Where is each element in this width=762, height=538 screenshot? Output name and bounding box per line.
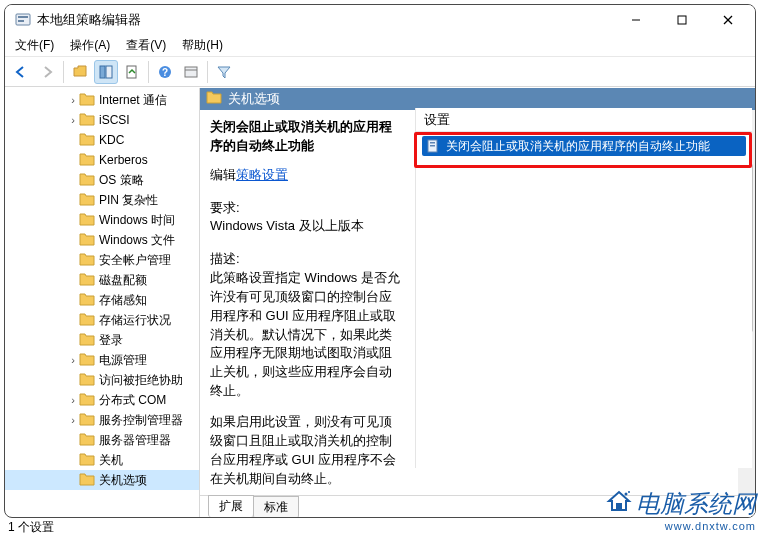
folder-icon — [79, 153, 95, 167]
up-button[interactable] — [68, 60, 92, 84]
tree-item-label: 登录 — [99, 332, 123, 349]
chevron-right-icon[interactable]: › — [67, 94, 79, 106]
folder-icon — [79, 393, 95, 407]
settings-column-header[interactable]: 设置 — [416, 108, 752, 132]
watermark: 电脑系统网 www.dnxtw.com — [606, 488, 756, 532]
tree-item[interactable]: 关机 — [5, 450, 199, 470]
tree-item-label: 磁盘配额 — [99, 272, 147, 289]
settings-item-label: 关闭会阻止或取消关机的应用程序的自动终止功能 — [446, 138, 710, 155]
tree-item-label: OS 策略 — [99, 172, 144, 189]
svg-rect-17 — [616, 503, 622, 510]
minimize-button[interactable] — [613, 5, 659, 35]
close-button[interactable] — [705, 5, 751, 35]
watermark-url: www.dnxtw.com — [606, 520, 756, 532]
menu-action[interactable]: 操作(A) — [66, 35, 114, 56]
tab-extended[interactable]: 扩展 — [208, 495, 254, 517]
tab-standard[interactable]: 标准 — [253, 496, 299, 517]
folder-icon — [79, 333, 95, 347]
folder-icon — [79, 253, 95, 267]
tree-item[interactable]: Kerberos — [5, 150, 199, 170]
tree-item[interactable]: ›Internet 通信 — [5, 90, 199, 110]
svg-text:?: ? — [162, 67, 168, 78]
separator — [207, 61, 208, 83]
tree-item[interactable]: ›iSCSI — [5, 110, 199, 130]
folder-icon — [206, 91, 222, 108]
content-header-title: 关机选项 — [228, 90, 280, 108]
tree-item[interactable]: ›分布式 COM — [5, 390, 199, 410]
tree-item[interactable]: KDC — [5, 130, 199, 150]
description-text-2: 如果启用此设置，则没有可见顶级窗口且阻止或取消关机的控制台应用程序或 GUI 应… — [210, 413, 402, 488]
tree-item-label: Internet 通信 — [99, 92, 167, 109]
maximize-button[interactable] — [659, 5, 705, 35]
show-hide-tree-button[interactable] — [94, 60, 118, 84]
watermark-title: 电脑系统网 — [636, 488, 756, 520]
tree-item[interactable]: Windows 文件 — [5, 230, 199, 250]
export-button[interactable] — [120, 60, 144, 84]
tree-item-label: PIN 复杂性 — [99, 192, 158, 209]
folder-icon — [79, 353, 95, 367]
house-icon — [606, 488, 632, 520]
policy-icon — [426, 139, 440, 153]
tree-item[interactable]: OS 策略 — [5, 170, 199, 190]
help-button[interactable]: ? — [153, 60, 177, 84]
folder-icon — [79, 453, 95, 467]
settings-list[interactable]: 关闭会阻止或取消关机的应用程序的自动终止功能 — [416, 132, 752, 468]
svg-rect-4 — [678, 16, 686, 24]
tree-item[interactable]: 服务器管理器 — [5, 430, 199, 450]
chevron-right-icon[interactable]: › — [67, 394, 79, 406]
tree-item-label: iSCSI — [99, 113, 130, 127]
menu-view[interactable]: 查看(V) — [122, 35, 170, 56]
svg-rect-2 — [18, 20, 24, 22]
toolbar: ? — [5, 57, 755, 87]
folder-icon — [79, 413, 95, 427]
tree-item-label: 存储感知 — [99, 292, 147, 309]
tree-item[interactable]: 关机选项 — [5, 470, 199, 490]
folder-icon — [79, 93, 95, 107]
status-text: 1 个设置 — [8, 519, 54, 536]
svg-rect-16 — [430, 145, 435, 147]
tree-item[interactable]: ›服务控制管理器 — [5, 410, 199, 430]
description-text: 此策略设置指定 Windows 是否允许没有可见顶级窗口的控制台应用程序和 GU… — [210, 269, 402, 401]
tree-item[interactable]: 登录 — [5, 330, 199, 350]
filter-button[interactable] — [212, 60, 236, 84]
tree-item[interactable]: 访问被拒绝协助 — [5, 370, 199, 390]
tree-item-label: 分布式 COM — [99, 392, 166, 409]
settings-item[interactable]: 关闭会阻止或取消关机的应用程序的自动终止功能 — [422, 136, 746, 156]
window-title: 本地组策略编辑器 — [37, 11, 141, 29]
tree-item[interactable]: 存储运行状况 — [5, 310, 199, 330]
chevron-right-icon[interactable]: › — [67, 414, 79, 426]
tree-item[interactable]: 存储感知 — [5, 290, 199, 310]
chevron-right-icon[interactable]: › — [67, 114, 79, 126]
tree-item[interactable]: Windows 时间 — [5, 210, 199, 230]
titlebar: 本地组策略编辑器 — [5, 5, 755, 35]
menu-file[interactable]: 文件(F) — [11, 35, 58, 56]
tree-item[interactable]: 磁盘配额 — [5, 270, 199, 290]
tree-item-label: 电源管理 — [99, 352, 147, 369]
chevron-right-icon[interactable]: › — [67, 354, 79, 366]
app-icon — [15, 12, 31, 28]
tree[interactable]: ›Internet 通信›iSCSIKDCKerberosOS 策略PIN 复杂… — [5, 88, 199, 492]
tree-item-label: Windows 文件 — [99, 232, 175, 249]
separator — [148, 61, 149, 83]
tree-item-label: 服务器管理器 — [99, 432, 171, 449]
folder-icon — [79, 373, 95, 387]
folder-icon — [79, 233, 95, 247]
tree-item[interactable]: 安全帐户管理 — [5, 250, 199, 270]
content-header: 关机选项 — [200, 88, 755, 110]
folder-icon — [79, 273, 95, 287]
svg-point-19 — [628, 491, 630, 493]
svg-rect-12 — [185, 67, 197, 77]
svg-rect-15 — [430, 142, 435, 144]
tree-item[interactable]: ›电源管理 — [5, 350, 199, 370]
menubar: 文件(F) 操作(A) 查看(V) 帮助(H) — [5, 35, 755, 57]
properties-button[interactable] — [179, 60, 203, 84]
menu-help[interactable]: 帮助(H) — [178, 35, 227, 56]
tree-item-label: 服务控制管理器 — [99, 412, 183, 429]
forward-button[interactable] — [35, 60, 59, 84]
policy-title: 关闭会阻止或取消关机的应用程序的自动终止功能 — [210, 118, 400, 156]
back-button[interactable] — [9, 60, 33, 84]
edit-policy-link[interactable]: 策略设置 — [236, 167, 288, 182]
tree-item[interactable]: PIN 复杂性 — [5, 190, 199, 210]
folder-icon — [79, 473, 95, 487]
svg-point-18 — [625, 493, 628, 496]
